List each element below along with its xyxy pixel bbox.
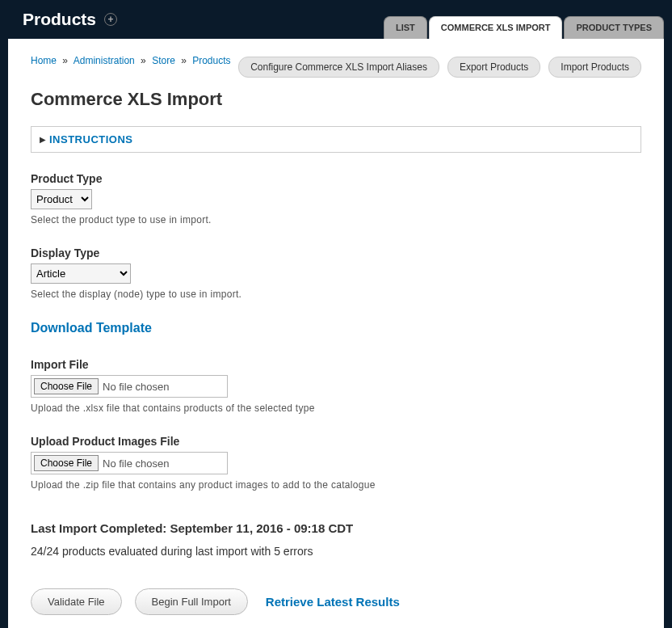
import-file-field: Import File Choose File No file chosen U… (31, 358, 641, 414)
action-configure-aliases[interactable]: Configure Commerce XLS Import Aliases (238, 57, 439, 78)
last-import-heading: Last Import Completed: September 11, 201… (31, 521, 641, 535)
images-file-status: No file chosen (101, 457, 169, 470)
product-type-desc: Select the product type to use in import… (31, 214, 641, 225)
import-file-desc: Upload the .xlsx file that contains prod… (31, 403, 641, 414)
images-file-field: Upload Product Images File Choose File N… (31, 435, 641, 491)
action-export-products[interactable]: Export Products (447, 57, 540, 78)
page-title: Commerce XLS Import (31, 89, 641, 110)
primary-tabs: LIST COMMERCE XLS IMPORT PRODUCT TYPES (384, 16, 664, 39)
images-file-input[interactable]: Choose File No file chosen (31, 452, 228, 474)
begin-full-import-button[interactable]: Begin Full Import (135, 588, 248, 615)
validate-file-button[interactable]: Validate File (31, 588, 122, 615)
import-file-label: Import File (31, 358, 641, 371)
tab-product-types[interactable]: PRODUCT TYPES (564, 16, 664, 39)
import-file-status: No file chosen (101, 381, 169, 393)
display-type-select[interactable]: Article (31, 263, 131, 284)
display-type-desc: Select the display (node) type to use in… (31, 289, 641, 300)
display-type-label: Display Type (31, 247, 641, 259)
download-template-link[interactable]: Download Template (31, 321, 152, 335)
images-file-desc: Upload the .zip file that contains any p… (31, 479, 641, 491)
breadcrumb-home[interactable]: Home (31, 55, 57, 66)
product-type-label: Product Type (31, 172, 641, 185)
admin-title-text: Products (23, 10, 96, 29)
instructions-fieldset[interactable]: ▶ INSTRUCTIONS (31, 126, 641, 153)
admin-title: Products + (23, 10, 117, 29)
breadcrumb-administration[interactable]: Administration (74, 55, 135, 66)
product-type-select[interactable]: Product (31, 189, 92, 209)
tab-list[interactable]: LIST (384, 16, 427, 39)
display-type-field: Display Type Article Select the display … (31, 247, 641, 300)
retrieve-latest-results-link[interactable]: Retrieve Latest Results (266, 595, 400, 609)
last-import-summary: 24/24 products evaluated during last imp… (31, 545, 641, 558)
action-links: Configure Commerce XLS Import Aliases Ex… (238, 57, 641, 78)
chevron-right-icon: ▶ (40, 135, 46, 144)
action-import-products[interactable]: Import Products (548, 57, 641, 78)
admin-toolbar: Products + LIST COMMERCE XLS IMPORT PROD… (0, 0, 672, 39)
plus-icon[interactable]: + (104, 13, 117, 26)
tab-commerce-xls-import[interactable]: COMMERCE XLS IMPORT (429, 16, 563, 39)
import-file-input[interactable]: Choose File No file chosen (31, 375, 228, 398)
images-file-choose-button[interactable]: Choose File (34, 455, 99, 471)
import-file-choose-button[interactable]: Choose File (34, 378, 99, 394)
button-row: Validate File Begin Full Import Retrieve… (31, 588, 641, 615)
breadcrumb-products[interactable]: Products (192, 55, 230, 66)
instructions-label: INSTRUCTIONS (49, 133, 133, 145)
images-file-label: Upload Product Images File (31, 435, 641, 448)
breadcrumb-store[interactable]: Store (152, 55, 175, 66)
product-type-field: Product Type Product Select the product … (31, 172, 641, 225)
page-body: Home » Administration » Store » Products… (8, 39, 664, 628)
